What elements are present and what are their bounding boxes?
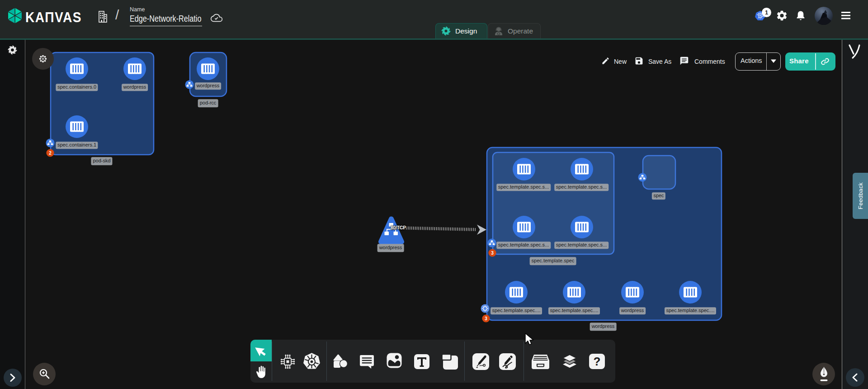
svg-text:2: 2 [49, 151, 52, 156]
svg-text:3: 3 [491, 251, 494, 256]
svg-text:3: 3 [485, 316, 487, 321]
svg-text:1: 1 [765, 9, 768, 16]
svg-text:?: ? [594, 355, 601, 368]
